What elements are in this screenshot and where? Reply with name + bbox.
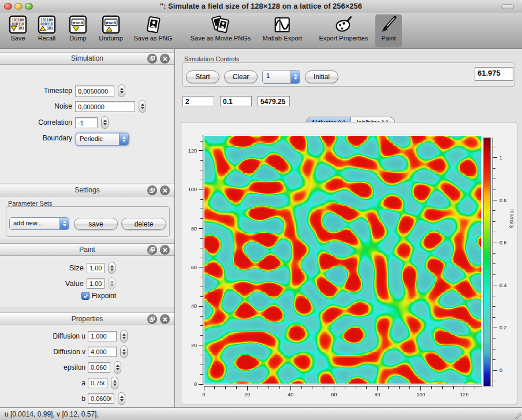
epsilon-stepper[interactable] [114,361,121,374]
close-panel-button[interactable] [160,185,170,195]
step-count-combo[interactable]: 1 [262,70,300,84]
y-axis-tick [200,335,203,336]
panel-body-properties: Diffusion u Diffusion v epsilon a b [0,325,174,407]
plot-panel: 02040608010012002040608010012000.20.40.6… [181,122,517,404]
diffusion-v-stepper[interactable] [120,345,128,358]
y-axis-tick [199,150,203,151]
x-axis-tick [356,386,356,389]
toolbar-item-save-png[interactable]: Save as PNG [130,14,176,43]
y-axis-tick [200,170,203,170]
x-axis-tick [464,386,464,391]
y-axis-tick [200,248,203,248]
activator-heatmap-canvas[interactable] [204,135,482,384]
toolbar-item-undump[interactable]: ascii Undump [95,14,126,43]
colorbar-tick [493,349,495,350]
svg-text:ascii: ascii [106,20,116,25]
timestep-field[interactable] [75,86,114,96]
toolbar-item-save-movie-pngs[interactable]: Save as Movie PNGs [187,14,255,43]
correlation-stepper[interactable] [101,116,109,129]
epsilon-field[interactable] [88,362,110,373]
close-window-button[interactable] [4,3,12,10]
diffusion-v-field[interactable] [88,347,117,357]
fixpoint-checkbox[interactable] [81,292,90,300]
close-panel-button[interactable] [160,314,170,324]
start-button[interactable]: Start [186,70,219,83]
y-axis-tick [200,180,203,180]
close-panel-button[interactable] [160,245,170,255]
b-field[interactable] [88,393,114,404]
x-axis-tick [420,386,421,391]
panel-body-settings: Parameter Sets add new... save delete [0,196,174,239]
resize-grip[interactable] [513,411,521,419]
toolbar-item-save[interactable]: 101100 010110 101 Save [5,14,31,43]
initial-button[interactable]: Initial [305,70,338,83]
colorbar-tick [493,232,495,232]
x-axis-tick [377,386,378,391]
diffusion-u-stepper[interactable] [120,330,128,343]
clear-button[interactable]: Clear [224,70,258,83]
y-axis-tick-label: 40 [181,303,197,309]
b-stepper[interactable] [118,392,125,405]
y-axis-tick [200,199,203,200]
status-text: u [0.0014, 0.99], v [0.12, 0.57], [5,410,99,418]
size-stepper[interactable] [108,262,115,274]
toolbar-item-label: Recall [37,35,57,42]
value-label: Value [3,279,84,288]
panel-header-properties: Properties [0,313,174,325]
toolbar-item-dump[interactable]: ascii Dump [65,14,91,43]
parameter-set-combo[interactable]: add new... [9,217,69,230]
colorbar-tick-label: 1 [499,155,516,161]
x-axis-line [204,386,482,386]
toolbar-item-recall[interactable]: 101100 010110 101 Recall [33,14,60,43]
minimize-window-button[interactable] [14,3,23,10]
colorbar-tick [493,147,495,147]
a-stepper[interactable] [111,377,118,389]
noise-field[interactable] [75,101,135,112]
diffusion-u-field[interactable] [88,331,117,341]
correlation-field[interactable] [75,117,98,128]
delete-parameter-set-button[interactable]: delete [121,218,166,230]
a-field[interactable] [88,378,107,388]
x-axis-tick-label: 20 [238,392,256,397]
y-axis-tick [199,267,203,267]
value-stepper[interactable] [108,277,115,289]
colorbar-tick [493,306,495,307]
toolbar-item-matlab-export[interactable]: Matlab-Export [259,14,305,43]
float-panel-button[interactable] [147,314,157,324]
size-field[interactable] [87,263,105,273]
timestep-stepper[interactable] [118,84,125,97]
close-panel-button[interactable] [160,54,170,64]
toolbar-toggle-button[interactable] [501,4,514,9]
combo-arrows-icon [59,218,69,229]
x-axis-tick [442,386,443,389]
float-panel-button[interactable] [147,185,157,195]
x-axis-tick [214,386,215,389]
colorbar-tick [493,221,495,222]
toolbar-item-label: Matlab-Export [263,35,302,42]
toolbar-item-paint[interactable]: Paint [375,14,402,47]
noise-stepper[interactable] [139,100,146,113]
float-panel-button[interactable] [147,245,157,255]
float-icon [149,187,155,194]
float-panel-button[interactable] [147,54,157,64]
x-axis-tick [279,386,280,389]
colorbar-tick [493,296,495,296]
y-axis-tick [200,316,203,317]
y-axis-tick [200,296,203,297]
fixpoint-label: Fixpoint [92,292,138,300]
zoom-window-button[interactable] [25,3,33,10]
check-icon [83,293,89,299]
x-axis-tick [312,386,312,389]
size-label: Size [3,263,84,272]
photo-stack-icon [211,15,230,35]
svg-text:101100: 101100 [12,18,24,22]
window-title: '': Simulate a field size of 128×128 on … [46,2,476,10]
boundary-combo[interactable]: Periodic [76,133,129,146]
colorbar-tick [493,179,495,179]
save-parameter-set-button[interactable]: save [74,218,118,230]
value-field[interactable] [87,278,105,289]
toolbar-item-export-properties[interactable]: Export Properties [316,14,372,43]
binary-save-icon: 101100 010110 101 [8,15,28,35]
colorbar-tick-label: 0.8 [499,198,516,203]
y-axis-tick [200,258,203,258]
